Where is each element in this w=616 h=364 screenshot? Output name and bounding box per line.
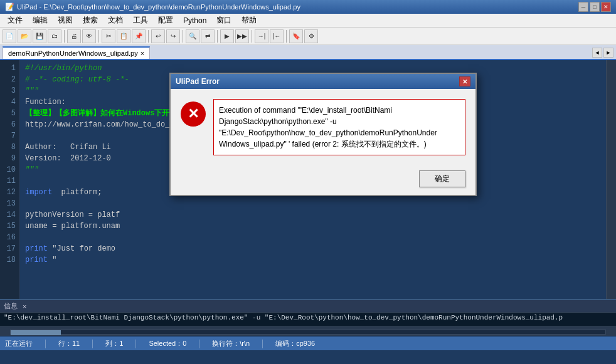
tab-prev-button[interactable]: ◄ bbox=[592, 48, 602, 58]
maximize-button[interactable]: □ bbox=[590, 2, 600, 12]
minimize-button[interactable]: ─ bbox=[578, 2, 588, 12]
tab-next-button[interactable]: ► bbox=[603, 48, 613, 58]
error-dialog: UliPad Error ✕ ✕ Execution of command '"… bbox=[169, 73, 477, 196]
menu-bar: 文件 编辑 视图 搜索 文档 工具 配置 Python 窗口 帮助 bbox=[0, 14, 616, 28]
menu-help[interactable]: 帮助 bbox=[236, 14, 262, 27]
app-icon: 📝 bbox=[5, 3, 14, 11]
print-button[interactable]: 🖨 bbox=[67, 29, 81, 43]
tab-nav: ◄ ► bbox=[592, 48, 613, 59]
paste-button[interactable]: 📌 bbox=[132, 29, 146, 43]
title-text: UliPad - E:\Dev_Root\python\how_to_dev_p… bbox=[14, 3, 578, 11]
toolbar-sep-1 bbox=[64, 30, 65, 43]
dialog-close-button[interactable]: ✕ bbox=[459, 76, 470, 86]
preview-button[interactable]: 👁 bbox=[82, 29, 96, 43]
toolbar-sep-4 bbox=[183, 30, 183, 43]
replace-button[interactable]: ⇄ bbox=[201, 29, 215, 43]
save-button[interactable]: 💾 bbox=[33, 29, 46, 43]
menu-python[interactable]: Python bbox=[178, 15, 211, 26]
save-all-button[interactable]: 🗂 bbox=[48, 29, 61, 43]
redo-button[interactable]: ↪ bbox=[166, 29, 180, 43]
toolbar-sep-3 bbox=[148, 30, 149, 43]
menu-tools[interactable]: 工具 bbox=[128, 14, 153, 27]
toolbar-sep-6 bbox=[252, 30, 252, 43]
window-controls: ─ □ ✕ bbox=[578, 2, 611, 12]
title-bar: 📝 UliPad - E:\Dev_Root\python\how_to_dev… bbox=[0, 0, 616, 14]
error-message-box: Execution of command '"E:\dev_install_ro… bbox=[213, 99, 465, 155]
toolbar-sep-2 bbox=[98, 30, 99, 43]
bookmark-button[interactable]: 🔖 bbox=[289, 29, 303, 43]
ok-button[interactable]: 确定 bbox=[419, 170, 465, 187]
run2-button[interactable]: ▶▶ bbox=[235, 29, 249, 43]
menu-window[interactable]: 窗口 bbox=[211, 14, 236, 27]
tab-close-icon[interactable]: × bbox=[141, 49, 144, 57]
close-button[interactable]: ✕ bbox=[601, 2, 611, 12]
menu-document[interactable]: 文档 bbox=[103, 14, 128, 27]
error-message-text: Execution of command '"E:\dev_install_ro… bbox=[219, 106, 437, 148]
menu-view[interactable]: 视图 bbox=[53, 14, 78, 27]
dialog-body: ✕ Execution of command '"E:\dev_install_… bbox=[171, 89, 475, 165]
tab-label: demoRunPythonUnderWindows_ulipad.py bbox=[8, 49, 138, 57]
run-button[interactable]: ▶ bbox=[220, 29, 234, 43]
open-button[interactable]: 📂 bbox=[18, 29, 31, 43]
cut-button[interactable]: ✂ bbox=[102, 29, 115, 43]
dialog-title-text: UliPad Error bbox=[176, 77, 220, 86]
outdent-button[interactable]: |← bbox=[270, 29, 284, 43]
menu-config[interactable]: 配置 bbox=[153, 14, 178, 27]
error-icon: ✕ bbox=[181, 101, 206, 127]
copy-button[interactable]: 📋 bbox=[117, 29, 130, 43]
tab-bar: demoRunPythonUnderWindows_ulipad.py × ◄ … bbox=[0, 45, 616, 60]
dialog-overlay: UliPad Error ✕ ✕ Execution of command '"… bbox=[0, 60, 616, 350]
find-button[interactable]: 🔍 bbox=[186, 29, 199, 43]
undo-button[interactable]: ↩ bbox=[151, 29, 165, 43]
indent-button[interactable]: →| bbox=[255, 29, 268, 43]
menu-file[interactable]: 文件 bbox=[3, 14, 28, 27]
dialog-footer: 确定 bbox=[171, 165, 475, 195]
new-button[interactable]: 📄 bbox=[3, 29, 16, 43]
dialog-title-bar: UliPad Error ✕ bbox=[171, 74, 475, 89]
settings-button[interactable]: ⚙ bbox=[304, 29, 318, 43]
toolbar-sep-7 bbox=[286, 30, 287, 43]
menu-edit[interactable]: 编辑 bbox=[28, 14, 53, 27]
toolbar-sep-5 bbox=[217, 30, 218, 43]
menu-search[interactable]: 搜索 bbox=[78, 14, 103, 27]
toolbar: 📄 📂 💾 🗂 🖨 👁 ✂ 📋 📌 ↩ ↪ 🔍 ⇄ ▶ ▶▶ →| |← 🔖 ⚙ bbox=[0, 28, 616, 45]
main-tab[interactable]: demoRunPythonUnderWindows_ulipad.py × bbox=[3, 46, 150, 59]
